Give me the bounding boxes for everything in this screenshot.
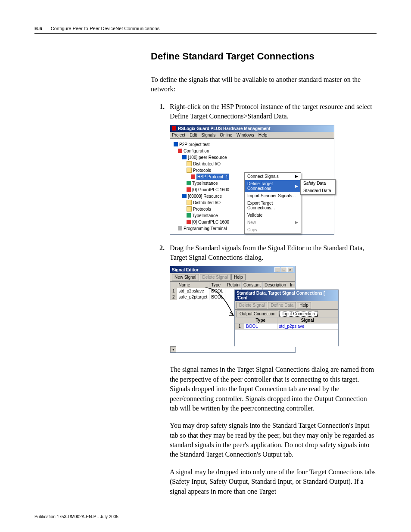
project-icon <box>174 142 178 146</box>
type-icon <box>187 213 191 218</box>
terminal-icon <box>178 226 182 230</box>
context-menu: Connect Signals▶ Define Target Connectio… <box>244 172 301 234</box>
paragraph-2: You may drop safety signals into the Sta… <box>170 421 377 460</box>
plc-icon <box>187 220 191 224</box>
paragraph-1: The signal names in the Target Signal Co… <box>170 365 377 413</box>
help-button[interactable]: Help <box>231 274 246 280</box>
target-connections-toolbar: Delete Signal Define Data Help <box>235 301 338 310</box>
col-type-2[interactable]: Type <box>244 317 277 324</box>
help-button-2[interactable]: Help <box>297 302 311 308</box>
chevron-right-icon: ▶ <box>295 220 298 224</box>
tree-root[interactable]: P2P project test <box>179 141 209 148</box>
col-description[interactable]: Description <box>263 282 288 288</box>
target-connections-titlebar: Standard Data, Target Signal Connections… <box>235 290 338 301</box>
folder-icon <box>187 168 192 173</box>
cell-type[interactable]: BOOL <box>209 288 225 294</box>
menu-project[interactable]: Project <box>172 133 185 137</box>
close-icon[interactable]: × <box>287 267 293 272</box>
new-signal-button[interactable]: New Signal <box>172 274 199 280</box>
cell-name[interactable]: std_p2pslave <box>177 288 209 294</box>
delete-signal-button-2: Delete Signal <box>237 302 267 308</box>
tree-type-instance[interactable]: TypeInstance <box>192 180 218 187</box>
tree-distributed-io-2[interactable]: Distributed I/O <box>193 199 221 206</box>
folder-icon <box>187 161 192 166</box>
tree-programming-terminal[interactable]: Programming Terminal <box>184 225 227 232</box>
chevron-right-icon: ▶ <box>295 184 298 188</box>
publication-footer: Publication 1753-UM002A-EN-P - July 2005 <box>34 514 118 519</box>
menu-windows[interactable]: Windows <box>237 133 254 137</box>
folder-icon <box>187 206 192 212</box>
ctx-copy: Copy <box>245 226 301 233</box>
folder-icon <box>187 200 192 205</box>
step-1: 1. Right-click on the HSP Protocol insta… <box>159 102 377 121</box>
menu-signals[interactable]: Signals <box>201 133 215 137</box>
tree-guardplc-0-2[interactable]: [0] GuardPLC 1600 <box>192 219 229 225</box>
cell-name[interactable]: safe_p2ptarget <box>177 294 209 300</box>
cell-type[interactable]: BOOL <box>209 294 225 300</box>
col-name[interactable]: Name <box>177 282 209 288</box>
tab-input-connection[interactable]: Input Connection <box>279 311 318 317</box>
plc-icon <box>187 187 191 192</box>
maximize-icon[interactable]: □ <box>281 267 287 272</box>
app-icon <box>172 126 176 131</box>
sub-standard-data[interactable]: Standard Data <box>301 187 335 194</box>
col-constant[interactable]: Constant <box>241 282 262 288</box>
tree-guardplc-0[interactable]: [0] GuardPLC 1600 <box>192 187 229 193</box>
resource-icon <box>182 155 187 159</box>
tree-resource-60000[interactable]: [60000] Resource <box>188 193 222 199</box>
tree-protocols[interactable]: Protocols <box>193 167 211 174</box>
minimize-icon[interactable]: _ <box>274 267 280 272</box>
connection-tabs: Output Connection Input Connection <box>235 310 338 317</box>
ctx-export-target[interactable]: Export Target Connections... <box>245 199 301 212</box>
ctx-new: New▶ <box>245 219 301 226</box>
cell-signal[interactable]: std_p2pslave <box>277 324 338 330</box>
col-type[interactable]: Type <box>209 282 225 288</box>
screenshot-hardware-management: RSLogix Guard PLUS Hardware Management P… <box>170 125 334 235</box>
section-heading: Define Standard Target Connections <box>151 51 377 62</box>
define-data-button: Define Data <box>268 302 296 308</box>
col-init[interactable]: Init.\ <box>288 282 295 288</box>
menu-help[interactable]: Help <box>258 133 268 137</box>
step-2-number: 2. <box>159 243 170 263</box>
col-signal[interactable]: Signal <box>277 317 338 324</box>
col-retain[interactable]: Retain <box>225 282 242 288</box>
tree-peer-resource[interactable]: [100] peer Resource <box>188 154 227 161</box>
paragraph-3: A signal may be dropped into only one of… <box>170 467 377 496</box>
ctx-import-scanner[interactable]: Import Scanner Signals... <box>245 192 301 199</box>
ctx-connect-signals[interactable]: Connect Signals▶ <box>245 173 301 180</box>
tree-type-instance-2[interactable]: TypeInstance <box>192 212 218 219</box>
context-submenu: Safety Data Standard Data <box>300 179 336 195</box>
menu-online[interactable]: Online <box>220 133 232 137</box>
scroll-left-icon[interactable]: ◂ <box>170 346 176 352</box>
cell-type-2[interactable]: BOOL <box>244 324 277 330</box>
chapter-title: Configure Peer-to-Peer DeviceNet Communi… <box>51 26 160 31</box>
tree-distributed-io[interactable]: Distributed I/O <box>193 161 221 167</box>
step-1-text: Right-click on the HSP Protocol instance… <box>170 102 377 121</box>
target-grid[interactable]: Type Signal 1 BOOL std_p2pslave <box>235 317 338 347</box>
tree-hsp-protocol[interactable]: HSP Protocol_1 <box>196 174 229 180</box>
project-tree[interactable]: P2P project test Configuration [100] pee… <box>170 139 244 234</box>
step-2-text: Drag the Standard signals from the Signa… <box>170 243 377 263</box>
menu-bar: Project Edit Signals Online Windows Help <box>170 132 334 139</box>
tab-output-connection[interactable]: Output Connection <box>237 311 278 317</box>
chevron-right-icon: ▶ <box>295 174 298 178</box>
tree-configuration[interactable]: Configuration <box>184 148 209 154</box>
window-title: RSLogix Guard PLUS Hardware Management <box>178 126 271 131</box>
page-number: B-6 <box>34 26 42 31</box>
signal-editor-title: Signal Editor <box>172 268 199 272</box>
sub-safety-data[interactable]: Safety Data <box>301 180 335 187</box>
intro-paragraph: To define the signals that will be avail… <box>151 75 377 94</box>
table-row[interactable]: 1 BOOL std_p2pslave <box>235 324 338 330</box>
target-connections-window: Standard Data, Target Signal Connections… <box>234 289 339 346</box>
hsp-icon <box>191 174 195 179</box>
delete-signal-button: Delete Signal <box>200 274 230 280</box>
step-1-number: 1. <box>159 102 170 121</box>
ctx-validate[interactable]: Validate <box>245 212 301 219</box>
tree-protocols-2[interactable]: Protocols <box>193 206 211 212</box>
window-titlebar: RSLogix Guard PLUS Hardware Management <box>170 125 334 132</box>
target-connections-title: Standard Data, Target Signal Connections… <box>237 291 336 300</box>
page-header: B-6 Configure Peer-to-Peer DeviceNet Com… <box>34 26 377 34</box>
step-2: 2. Drag the Standard signals from the Si… <box>159 243 377 263</box>
menu-edit[interactable]: Edit <box>190 133 197 137</box>
ctx-define-target-connections[interactable]: Define Target Connections▶ <box>245 180 301 192</box>
